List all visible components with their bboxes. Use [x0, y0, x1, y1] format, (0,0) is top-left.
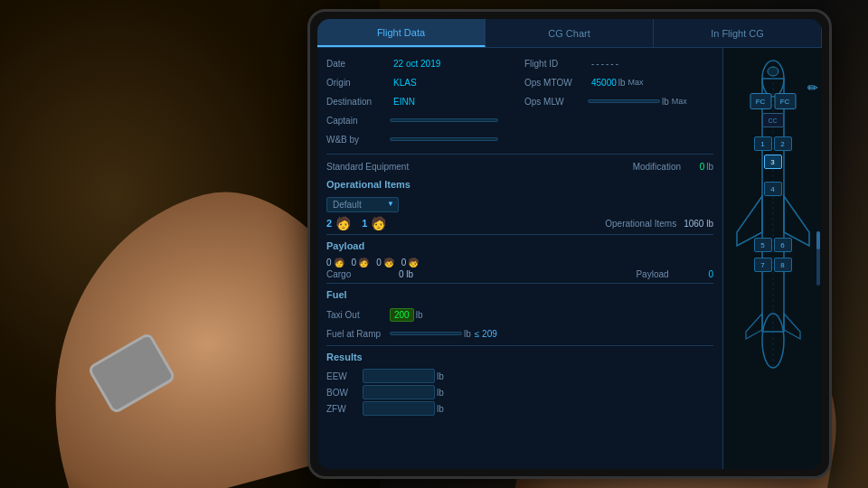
divider-1 [326, 154, 713, 155]
tab-cg-chart[interactable]: CG Chart [486, 19, 654, 47]
taxi-out-unit: lb [416, 310, 423, 320]
fc-button-left[interactable]: FC [750, 93, 771, 109]
destination-label: Destination [326, 97, 390, 107]
divider-2 [326, 234, 713, 235]
seat-2[interactable]: 2 [774, 136, 792, 151]
divider-4 [326, 345, 713, 346]
bow-label: BOW [326, 388, 363, 398]
child-icon-b: 🧒 [408, 258, 419, 267]
ops-mtow-max: Max [628, 78, 644, 87]
seat-6[interactable]: 6 [774, 238, 792, 252]
fuel-ramp-input[interactable] [390, 332, 462, 335]
pax-count-1: 2 [326, 218, 332, 229]
payload-item-4: 0 🧒 [401, 258, 420, 267]
ops-items-title: Operational Items [326, 179, 410, 190]
tablet-screen: Flight Data CG Chart In Flight CG Date 2… [317, 19, 822, 469]
seat-3[interactable]: 3 [764, 155, 782, 169]
ops-mlw-input[interactable] [588, 99, 660, 103]
wb-label: W&B by [326, 135, 390, 145]
tab-bar: Flight Data CG Chart In Flight CG [317, 19, 822, 48]
svg-point-4 [768, 67, 778, 76]
bow-input[interactable] [363, 385, 435, 399]
origin-label: Origin [326, 78, 390, 88]
cargo-row: Cargo 0 lb Payload 0 [326, 269, 713, 279]
zfw-label: ZFW [326, 404, 363, 414]
zfw-unit: lb [437, 404, 444, 414]
payload-pax-row: 0 🧑 0 🧑 0 🧒 0 🧒 [326, 258, 713, 267]
payload-item-1: 0 🧑 [326, 258, 344, 267]
ops-mlw-row: Ops MLW lb Max [524, 93, 713, 109]
seat-5[interactable]: 5 [754, 238, 772, 252]
ops-mtow-row: Ops MTOW 45000 lb Max [524, 74, 713, 90]
fc-button-right[interactable]: FC [774, 93, 796, 109]
flight-id-dashes: ------ [591, 59, 620, 69]
seat-row-12: 1 2 [754, 136, 792, 151]
fuel-ramp-row: Fuel at Ramp lb ≤ 209 [326, 325, 713, 342]
ops-mlw-label: Ops MLW [524, 97, 588, 107]
divider-3 [326, 283, 713, 284]
ops-items-label: Operational Items [605, 219, 676, 229]
wb-row: W&B by [326, 131, 515, 147]
tab-flight-data[interactable]: Flight Data [317, 19, 486, 47]
seat-4[interactable]: 4 [764, 182, 782, 196]
wb-input[interactable] [390, 137, 498, 141]
date-label: Date [326, 59, 390, 69]
results-title: Results [326, 352, 363, 362]
fuel-ramp-unit: lb [464, 329, 471, 339]
default-dropdown[interactable]: Default [326, 197, 399, 212]
fuel-ramp-label: Fuel at Ramp [326, 329, 390, 339]
child-icon-a: 🧒 [383, 258, 394, 267]
date-value: 22 oct 2019 [393, 59, 440, 69]
captain-row: Captain [326, 112, 515, 128]
left-info: Date 22 oct 2019 Origin KLAS Destination… [326, 55, 515, 150]
destination-value: EINN [393, 97, 415, 107]
payload-title-row: Payload [326, 239, 713, 255]
captain-input[interactable] [390, 118, 498, 122]
tab-inflight-cg[interactable]: In Flight CG [654, 19, 822, 47]
bow-row: BOW lb [326, 385, 713, 399]
pax-count-2: 1 [362, 218, 367, 229]
default-dropdown-row: Default [326, 197, 713, 212]
seat-row-56: 5 6 [754, 238, 792, 252]
cargo-value: 0 lb [399, 269, 413, 279]
taxi-out-label: Taxi Out [326, 310, 390, 320]
passengers-row: 2 🧑 1 🧑 Operational Items 1060 lb [326, 216, 713, 230]
seat-7[interactable]: 7 [754, 258, 772, 272]
ops-mtow-unit: lb [618, 78, 626, 88]
adult-icon-a: 🧑 [334, 258, 344, 267]
payload-label: Payload [636, 269, 699, 279]
modification-label: Modification [633, 162, 696, 172]
seat-1[interactable]: 1 [754, 136, 772, 151]
seat-8[interactable]: 8 [774, 258, 792, 272]
ops-items-value: 1060 lb [684, 219, 713, 229]
scroll-indicator[interactable] [816, 231, 820, 286]
fuel-title-row: Fuel [326, 287, 713, 304]
cc-button[interactable]: CC [762, 113, 784, 127]
fuel-rows: Taxi Out 200 lb Fuel at Ramp lb ≤ 209 [326, 306, 713, 342]
seat-row-4: 4 [764, 182, 782, 196]
date-row: Date 22 oct 2019 [326, 55, 515, 71]
seat-row-78: 7 8 [754, 258, 792, 272]
payload-item-3: 0 🧒 [376, 258, 394, 267]
content-area: Date 22 oct 2019 Origin KLAS Destination… [317, 48, 822, 469]
captain-label: Captain [326, 116, 390, 126]
form-panel: Date 22 oct 2019 Origin KLAS Destination… [317, 48, 722, 469]
taxi-out-row: Taxi Out 200 lb [326, 306, 713, 323]
right-info: Flight ID ------ Ops MTOW 45000 lb Max O… [524, 55, 713, 150]
adult-icon-2: 🧑 [371, 216, 386, 230]
modification-value: 0 [700, 162, 705, 172]
zfw-input[interactable] [363, 401, 435, 416]
eew-row: EEW lb [326, 369, 713, 383]
payload-value: 0 [708, 269, 713, 279]
edit-icon[interactable]: ✏ [807, 80, 818, 95]
results-title-row: Results [326, 350, 713, 366]
flight-id-row: Flight ID ------ [524, 55, 713, 71]
cargo-label: Cargo [326, 269, 390, 279]
std-equip-label: Standard Equipment [326, 162, 426, 172]
seat-row-3: 3 [764, 155, 782, 169]
ops-mtow-label: Ops MTOW [524, 78, 588, 88]
eew-unit: lb [437, 371, 444, 381]
origin-row: Origin KLAS [326, 74, 515, 90]
eew-input[interactable] [363, 369, 435, 383]
ops-mlw-max: Max [672, 97, 687, 106]
